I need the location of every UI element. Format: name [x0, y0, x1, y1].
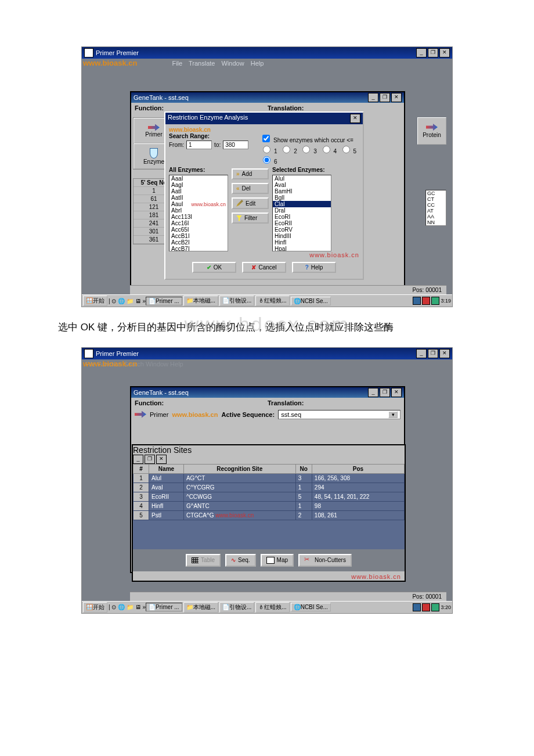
watermark-text: www.bioask.cn: [189, 201, 228, 207]
task-item[interactable]: 🕯红蜡烛...: [255, 602, 289, 613]
task-item[interactable]: 🌐NCBI Se...: [291, 297, 331, 305]
table-row: 2AvaIC^YCGRG1294: [134, 483, 405, 492]
tray-icon[interactable]: [422, 603, 430, 611]
pos-status: Pos: 00001: [412, 593, 442, 600]
inner-min-button[interactable]: _: [133, 455, 143, 464]
task-item[interactable]: 📄Primer ...: [146, 603, 182, 611]
app-titlebar: Primer Premier _ ❐ ✕: [82, 348, 452, 359]
close-button[interactable]: ✕: [439, 349, 450, 358]
watermark-text: www.bioask.cn: [169, 127, 359, 133]
grid-icon: [192, 557, 199, 563]
task-item[interactable]: 🌐NCBI Se...: [291, 603, 331, 611]
function-label: Function:: [135, 105, 268, 111]
tray-icon[interactable]: [431, 603, 439, 611]
clock: 3:20: [441, 604, 451, 610]
tray-icon[interactable]: [431, 297, 439, 305]
app-icon: [84, 48, 93, 57]
task-item[interactable]: 📄引物设...: [219, 296, 254, 306]
inner-close-button[interactable]: ✕: [156, 455, 167, 464]
close-button[interactable]: ✕: [439, 48, 450, 57]
app-title: Primer Premier: [96, 350, 139, 357]
tray-icon[interactable]: [413, 603, 421, 611]
wave-icon: ∿: [231, 557, 236, 563]
check-icon: ✔: [207, 264, 211, 271]
dialog-close-button[interactable]: ✕: [350, 114, 360, 123]
inner-max-button[interactable]: ❐: [380, 93, 390, 102]
primer-tool[interactable]: Primer: [150, 411, 168, 418]
task-item[interactable]: 📄Primer ...: [146, 297, 182, 305]
edit-button[interactable]: Edit: [232, 197, 269, 209]
clock: 3:19: [441, 298, 451, 304]
protein-tool[interactable]: Protein: [417, 117, 446, 145]
codon-list: GC CT CC AT AA NN: [425, 190, 446, 226]
minimize-button[interactable]: _: [416, 349, 427, 358]
menu-help[interactable]: Help: [251, 60, 264, 67]
ok-button[interactable]: ✔OK: [192, 262, 236, 273]
systray: 3:20: [413, 603, 451, 611]
inner-min-button[interactable]: _: [368, 388, 378, 397]
table-view-button[interactable]: Table: [186, 554, 221, 567]
right-tools: Protein: [417, 117, 446, 145]
funnel-icon: [236, 215, 242, 221]
show-checkbox[interactable]: Show enzymes which occur <=: [260, 137, 353, 143]
inner-max-button[interactable]: ❐: [380, 388, 390, 397]
menu-file[interactable]: File: [172, 60, 182, 67]
pos-status: Pos: 00001: [412, 287, 442, 293]
selected-enzymes-header: Selected Enzymes:: [272, 167, 331, 173]
app-title: Primer Premier: [96, 49, 139, 56]
col-name: Name: [149, 464, 184, 473]
task-item[interactable]: 📄引物设...: [219, 602, 254, 613]
minimize-button[interactable]: _: [416, 48, 427, 57]
translation-label: Translation:: [268, 399, 400, 406]
start-button[interactable]: 🪟开始: [83, 296, 107, 306]
inner-min-button[interactable]: _: [368, 93, 378, 102]
status-bar: Pos: 00001: [130, 285, 446, 294]
help-button[interactable]: ?Help: [292, 262, 336, 273]
table-row: 1AluIAG^CT3166, 256, 308: [134, 473, 405, 483]
arrow-icon: [148, 124, 160, 131]
tray-icon[interactable]: [413, 297, 421, 305]
menu-items[interactable]: File Function Search Window Help: [85, 361, 183, 368]
noncutters-button[interactable]: Non-Cutters: [298, 554, 352, 567]
task-item[interactable]: 🕯红蜡烛...: [255, 296, 289, 306]
to-input[interactable]: 380: [223, 141, 248, 149]
all-enzymes-list[interactable]: AaaIAagI AatIAatII AauI www.bioask.cn Ab…: [169, 175, 228, 251]
del-button[interactable]: «Del: [232, 183, 269, 194]
inner-max-button[interactable]: ❐: [145, 455, 155, 464]
inner-close-button[interactable]: ✕: [391, 93, 402, 102]
taskbar: 🪟开始 | ⊙ 🌐 📁 🖥 » 📄Primer ... 📁本地磁... 📄引物设…: [82, 294, 452, 307]
scissors-icon: [304, 557, 312, 563]
maximize-button[interactable]: ❐: [428, 48, 438, 57]
map-view-button[interactable]: Map: [261, 554, 294, 567]
active-seq-combo[interactable]: sst.seq▾: [278, 410, 400, 419]
seq-view-button[interactable]: ∿Seq.: [225, 554, 256, 567]
from-label: From:: [169, 142, 184, 148]
maximize-button[interactable]: ❐: [428, 349, 438, 358]
translation-label: Translation:: [268, 105, 400, 111]
inner-close-button[interactable]: ✕: [391, 388, 402, 397]
restriction-sites-window: Restriction Sites _ ❐ ✕ # Name Recogniti…: [132, 444, 406, 582]
col-index: #: [134, 464, 149, 473]
app-icon: [84, 349, 93, 358]
add-button[interactable]: »Add: [232, 168, 269, 179]
tray-icon[interactable]: [422, 297, 430, 305]
map-icon: [266, 557, 275, 564]
all-enzymes-header: All Enzymes:: [169, 167, 228, 173]
start-button[interactable]: 🪟开始: [83, 602, 107, 613]
menu-translate[interactable]: Translate: [189, 60, 215, 67]
cancel-button[interactable]: ✘Cancel: [242, 262, 286, 273]
task-item[interactable]: 📁本地磁...: [183, 296, 218, 306]
caption-text: 选中 OK 键，分析目的基因中所含的酶切位点，选插入位点时就应排除这些酶: [58, 319, 511, 337]
status-bar: Pos: 00001: [130, 592, 446, 601]
task-item[interactable]: 📁本地磁...: [183, 602, 218, 613]
chevron-right-icon: »: [236, 171, 240, 177]
pencil-icon: [236, 200, 243, 207]
selected-enzymes-list[interactable]: AluIAvaI BamHIBglI ClaI DraI EcoRIEcoRII…: [272, 175, 331, 251]
menu-window[interactable]: Window: [222, 60, 244, 67]
from-input[interactable]: 1: [186, 141, 212, 149]
chevron-left-icon: «: [236, 185, 240, 192]
col-no: No: [295, 464, 312, 473]
filter-button[interactable]: Filter: [232, 213, 269, 224]
table-row: 3EcoRII^CCWGG548, 54, 114, 201, 222: [134, 492, 405, 501]
menu-bar: www.bioask.cn File Function Search Windo…: [82, 359, 452, 369]
